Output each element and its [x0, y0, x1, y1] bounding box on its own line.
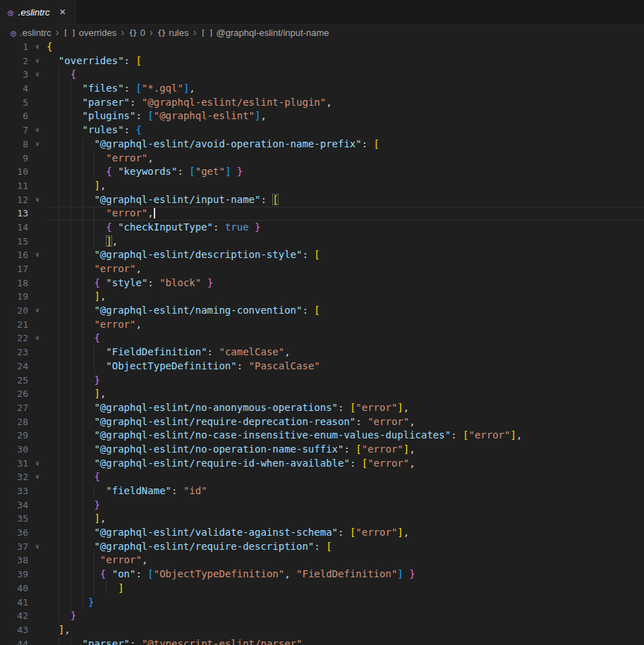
code-line[interactable]: 21 "error",: [0, 318, 644, 332]
indent-guide: [94, 360, 95, 374]
line-number: 36: [0, 526, 28, 540]
code-line[interactable]: 41 }: [0, 596, 644, 610]
code-line[interactable]: 35 ],: [0, 512, 644, 526]
code-line[interactable]: 36 "@graphql-eslint/validate-against-sch…: [0, 526, 644, 540]
fold-chevron-icon[interactable]: ∨: [28, 68, 47, 82]
code-line[interactable]: 8∨ "@graphql-eslint/avoid-operation-name…: [0, 137, 644, 152]
code-line[interactable]: 4 "files": ["*.gql"],: [0, 82, 644, 96]
code-line[interactable]: 37∨ "@graphql-eslint/require-description…: [0, 540, 644, 554]
indent-guide: [59, 235, 59, 249]
token: ]: [510, 429, 516, 441]
code-line[interactable]: 22∨ {: [0, 331, 644, 345]
code-line-content: "@graphql-eslint/naming-convention": [: [47, 304, 644, 318]
code-line[interactable]: 33 "fieldName": "id": [0, 484, 644, 498]
token: ,: [326, 97, 332, 108]
code-line[interactable]: 17 "error",: [0, 262, 644, 276]
breadcrumb-item-overrides[interactable]: [ ]overrides: [63, 27, 116, 38]
token: "@graphql-eslint/description-style": [94, 249, 302, 260]
token: :: [213, 221, 225, 233]
fold-chevron-icon[interactable]: ∨: [28, 40, 47, 54]
breadcrumb-item--graphql-eslint-input-name[interactable]: [ ]@graphql-eslint/input-name: [201, 27, 329, 38]
fold-chevron-icon[interactable]: ∨: [28, 137, 47, 152]
code-line[interactable]: 44 "parser": "@typescript-eslint/parser"…: [0, 637, 644, 645]
line-number: 18: [0, 276, 28, 290]
code-text: {: [47, 68, 76, 80]
code-line[interactable]: 26 ],: [0, 387, 644, 401]
line-number: 5: [0, 96, 28, 110]
close-icon[interactable]: ✕: [56, 6, 69, 18]
fold-chevron-icon[interactable]: ∨: [28, 457, 47, 471]
code-line[interactable]: 6 "plugins": ["@graphql-eslint"],: [0, 109, 644, 123]
code-line[interactable]: 13 "error",: [0, 207, 644, 221]
code-line[interactable]: 29 "@graphql-eslint/no-case-insensitive-…: [0, 429, 644, 443]
fold-chevron-icon[interactable]: ∨: [28, 331, 47, 345]
code-line[interactable]: 40 ]: [0, 582, 644, 596]
token: [: [135, 82, 141, 94]
fold-chevron-icon[interactable]: ∨: [28, 248, 47, 262]
code-line[interactable]: 12∨ "@graphql-eslint/input-name": [: [0, 193, 644, 207]
token: ]: [94, 290, 99, 302]
code-line[interactable]: 14 { "checkInputType": true }: [0, 221, 644, 235]
code-line[interactable]: 30 "@graphql-eslint/no-operation-name-su…: [0, 443, 644, 457]
code-text: ],: [47, 180, 106, 191]
indent-guide: [83, 276, 83, 290]
token: }: [207, 277, 213, 288]
fold-chevron-icon[interactable]: ∨: [28, 304, 47, 318]
code-line[interactable]: 7∨ "rules": {: [0, 123, 644, 137]
code-line[interactable]: 1∨{: [0, 40, 644, 54]
code-line[interactable]: 27 "@graphql-eslint/no-anonymous-operati…: [0, 401, 644, 415]
indent-guide: [59, 276, 59, 290]
code-line[interactable]: 18 { "style": "block" }: [0, 276, 644, 290]
token: "error": [356, 527, 397, 538]
code-line[interactable]: 19 ],: [0, 290, 644, 304]
token: ,: [409, 416, 415, 427]
fold-chevron-icon[interactable]: ∨: [28, 193, 47, 207]
code-editor[interactable]: 1∨{2∨ "overrides": [3∨ {4 "files": ["*.g…: [0, 40, 644, 645]
code-line[interactable]: 28 "@graphql-eslint/require-deprecation-…: [0, 415, 644, 429]
tab-eslintrc[interactable]: ◎ .eslintrc ✕: [0, 0, 76, 24]
code-line[interactable]: 20∨ "@graphql-eslint/naming-convention":…: [0, 304, 644, 318]
code-line[interactable]: 34 }: [0, 498, 644, 512]
code-line[interactable]: 31∨ "@graphql-eslint/require-id-when-ava…: [0, 457, 644, 471]
code-line[interactable]: 25 }: [0, 374, 644, 388]
code-line[interactable]: 38 "error",: [0, 553, 644, 567]
token: :: [171, 485, 183, 496]
token: "camelCase": [219, 346, 284, 357]
code-line[interactable]: 42 }: [0, 609, 644, 623]
code-line[interactable]: 11 ],: [0, 179, 644, 193]
code-line[interactable]: 32∨ {: [0, 470, 644, 484]
token: "plugins": [83, 110, 136, 121]
fold-gutter: [28, 623, 47, 637]
code-line[interactable]: 39 { "on": ["ObjectTypeDefinition", "Fie…: [0, 567, 644, 582]
code-line[interactable]: 3∨ {: [0, 68, 644, 82]
indent-guide: [71, 109, 71, 123]
indent-guide: [59, 540, 59, 554]
fold-chevron-icon[interactable]: ∨: [28, 123, 47, 137]
code-line[interactable]: 5 "parser": "@graphql-eslint/eslint-plug…: [0, 96, 644, 110]
code-line[interactable]: 9 "error",: [0, 152, 644, 166]
fold-chevron-icon[interactable]: ∨: [28, 54, 47, 68]
code-line[interactable]: 2∨ "overrides": [: [0, 54, 644, 68]
breadcrumb-item--eslintrc[interactable]: ◎.eslintrc: [11, 27, 51, 38]
code-line[interactable]: 15 ],: [0, 235, 644, 249]
fold-gutter: [28, 152, 47, 166]
code-line[interactable]: 24 "ObjectTypeDefinition": "PascalCase": [0, 360, 644, 374]
breadcrumb-item-rules[interactable]: {}rules: [157, 27, 188, 38]
code-line[interactable]: 10 { "keywords": ["get"] }: [0, 165, 644, 179]
code-line[interactable]: 23 "FieldDefinition": "camelCase",: [0, 345, 644, 360]
fold-gutter: [28, 387, 47, 401]
indent-guide: [94, 235, 95, 249]
fold-gutter: [28, 207, 47, 221]
fold-chevron-icon[interactable]: ∨: [28, 540, 47, 554]
token: ,: [100, 388, 106, 399]
indent-guide: [83, 374, 83, 388]
breadcrumb-item-0[interactable]: {}0: [128, 27, 145, 38]
indent-guide: [59, 484, 59, 498]
token: :: [338, 402, 350, 413]
indent-guide: [59, 596, 59, 610]
token: ,: [284, 568, 296, 579]
code-text: { "on": ["ObjectTypeDefinition", "FieldD…: [47, 568, 415, 579]
fold-chevron-icon[interactable]: ∨: [28, 470, 47, 484]
code-line[interactable]: 43 ],: [0, 623, 644, 637]
code-line[interactable]: 16∨ "@graphql-eslint/description-style":…: [0, 248, 644, 262]
